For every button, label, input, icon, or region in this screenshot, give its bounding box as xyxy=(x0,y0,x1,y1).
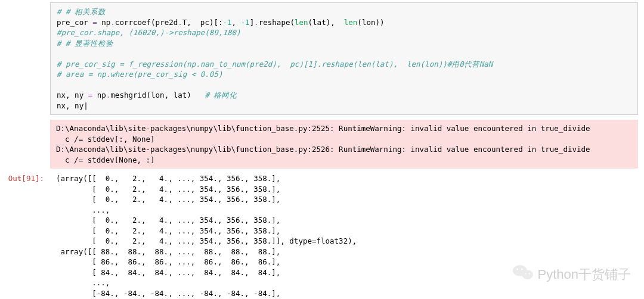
stderr-line-1: D:\Anaconda\lib\site-packages\numpy\lib\… xyxy=(56,124,590,133)
code-line-3: #pre_cor.shape, (16020,)->reshape(89,180… xyxy=(57,28,241,37)
code-line-10: nx, ny| xyxy=(57,101,88,110)
output-line: [ 0., 2., 4., ..., 354., 356., 358.], xyxy=(56,226,280,235)
output-line: [ 0., 2., 4., ..., 354., 356., 358.], xyxy=(56,185,280,194)
output-cell: (array([[ 0., 2., 4., ..., 354., 356., 3… xyxy=(50,171,644,299)
output-line: [-84., -84., -84., ..., -84., -84., -84.… xyxy=(56,289,280,298)
out-prompt-label: Out[91]: xyxy=(0,171,50,186)
output-line: array([[ 88., 88., 88., ..., 88., 88., 8… xyxy=(56,247,280,256)
input-gutter xyxy=(0,0,50,5)
code-line-9: nx, ny = np.meshgrid(lon, lat) # 格网化 xyxy=(57,91,237,99)
code-cell[interactable]: # # 相关系数 pre_cor = np.corrcoef(pre2d.T, … xyxy=(50,2,638,115)
stderr-gutter xyxy=(0,117,50,122)
output-line: [ 86., 86., 86., ..., 86., 86., 86.], xyxy=(56,257,280,266)
code-line-2: pre_cor = np.corrcoef(pre2d.T, pc)[:-1, … xyxy=(57,18,385,27)
output-line: ..., xyxy=(56,278,110,287)
output-line: [ 0., 2., 4., ..., 354., 356., 358.], xyxy=(56,216,280,225)
stderr-line-4: c /= stddev[None, :] xyxy=(56,155,155,164)
stderr-cell: D:\Anaconda\lib\site-packages\numpy\lib\… xyxy=(50,120,638,169)
output-line: [ 84., 84., 84., ..., 84., 84., 84.], xyxy=(56,268,280,277)
code-line-6: # pre_cor_sig = f_regression(np.nan_to_n… xyxy=(57,60,493,68)
output-line: (array([[ 0., 2., 4., ..., 354., 356., 3… xyxy=(56,174,280,183)
code-line-1: # # 相关系数 xyxy=(57,7,106,16)
stderr-line-3: D:\Anaconda\lib\site-packages\numpy\lib\… xyxy=(56,145,590,154)
output-line: [ 0., 2., 4., ..., 354., 356., 358.]], d… xyxy=(56,236,357,245)
output-line: ..., xyxy=(56,205,110,214)
stderr-line-2: c /= stddev[:, None] xyxy=(56,135,155,144)
code-line-4: # # 显著性检验 xyxy=(57,39,113,48)
code-line-7: # area = np.where(pre_cor_sig < 0.05) xyxy=(57,70,222,79)
input-row: # # 相关系数 pre_cor = np.corrcoef(pre2d.T, … xyxy=(0,0,644,117)
output-line: [ 0., 2., 4., ..., 354., 356., 358.], xyxy=(56,195,280,204)
stderr-row: D:\Anaconda\lib\site-packages\numpy\lib\… xyxy=(0,117,644,171)
output-row: Out[91]: (array([[ 0., 2., 4., ..., 354.… xyxy=(0,171,644,299)
